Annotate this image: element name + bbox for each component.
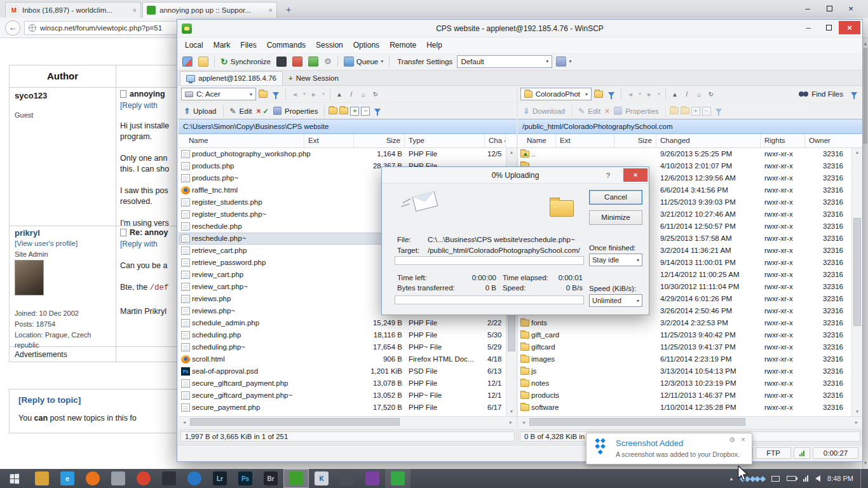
add-icon[interactable]: +	[350, 107, 359, 116]
battery-icon[interactable]	[787, 476, 796, 481]
taskbar-thunderbird[interactable]	[182, 469, 207, 488]
dropbox-notification[interactable]: ◆◆ ◆◆ ◆ Screenshot Added A screenshot wa…	[586, 433, 752, 464]
remote-horizontal-scrollbar[interactable]: ◄ ►	[518, 416, 862, 427]
view-profile-link[interactable]: [View user's profile]	[15, 240, 78, 247]
back-history-icon[interactable]: ▾	[637, 88, 642, 100]
preferences-button[interactable]: ⚙	[322, 54, 334, 69]
file-row[interactable]: secure_giftcard_payment.php13,078 BPHP F…	[179, 377, 506, 390]
speed-limit-select[interactable]: Unlimited▾	[589, 294, 642, 307]
remove-icon[interactable]: −	[361, 107, 370, 116]
winscp-title-bar[interactable]: CPS website - applenet@192.185.4.76 - Wi…	[177, 20, 862, 37]
notification-close-icon[interactable]: ×	[741, 435, 745, 444]
connection-activity-indicator[interactable]	[794, 447, 810, 459]
console-button[interactable]	[275, 54, 288, 69]
taskbar-winscp[interactable]	[283, 469, 309, 488]
compare-directories-button[interactable]	[306, 54, 320, 69]
local-drive-select[interactable]: C: Acer▾	[181, 88, 256, 100]
taskbar-internet-explorer[interactable]: e	[55, 469, 80, 488]
taskbar-lightroom[interactable]: Lr	[207, 469, 233, 488]
dialog-close-button[interactable]: ×	[623, 168, 648, 182]
column-name[interactable]: Name	[518, 134, 556, 148]
file-row[interactable]: gift_card11/25/2013 9:40:42 PMrwxr-xr-x3…	[518, 329, 851, 341]
taskbar-media-app[interactable]	[385, 469, 410, 488]
scroll-right-icon[interactable]: ►	[506, 417, 515, 427]
file-row[interactable]: secure_payment.php17,520 BPHP File6/17	[179, 402, 506, 414]
browser-tab-gmail[interactable]: M Inbox (16,897) - worldclim... ×	[5, 2, 141, 18]
synchronize-button[interactable]: ↻Synchronize	[219, 54, 273, 69]
forward-history-icon[interactable]: ▾	[656, 88, 661, 100]
taskbar-clock[interactable]: 8:48 PM	[827, 475, 853, 482]
filter-icon[interactable]	[851, 92, 857, 97]
edit-button[interactable]: ✎Edit	[576, 104, 603, 118]
scrollbar-thumb[interactable]	[864, 48, 867, 144]
taskbar-photoshop-elements[interactable]	[156, 469, 182, 488]
file-row[interactable]: fonts3/2/2014 2:32:53 PMrwxr-xr-x32316	[518, 317, 851, 329]
column-rights[interactable]: Rights	[761, 134, 805, 148]
volume-icon[interactable]	[815, 475, 820, 482]
menu-session[interactable]: Session	[311, 37, 348, 53]
reply-to-topic-link[interactable]: [Reply to topic]	[18, 395, 81, 405]
browser-minimize-button[interactable]: –	[798, 1, 817, 15]
minimize-button[interactable]: Minimize	[589, 210, 642, 225]
file-row[interactable]: scheduling.php~17,654 BPHP~ File5/29	[179, 341, 506, 353]
menu-mark[interactable]: Mark	[208, 37, 236, 53]
scroll-up-icon[interactable]: ▲	[863, 39, 868, 48]
local-path-bar[interactable]: C:\Users\Simon\Copy\Business\CPS website	[179, 119, 517, 134]
taskbar-opera[interactable]	[131, 469, 156, 488]
file-row[interactable]: software1/10/2014 12:35:28 PMrwxr-xr-x32…	[518, 402, 851, 414]
forward-icon[interactable]: ►	[309, 88, 319, 100]
remote-path-bar[interactable]: /public_html/ColoradoPhotographySchool.c…	[518, 119, 862, 134]
synchronize-browsing-button[interactable]	[290, 54, 304, 69]
properties-button[interactable]: Properties	[611, 104, 661, 118]
find-files-button[interactable]: Find Files	[796, 87, 846, 101]
delete-icon[interactable]: ×	[256, 107, 261, 116]
root-directory-icon[interactable]: /	[682, 88, 692, 100]
scroll-up-icon[interactable]: ▲	[506, 148, 517, 157]
back-history-icon[interactable]: ▾	[302, 88, 307, 100]
edit-button[interactable]: ✎Edit	[227, 104, 255, 118]
scroll-down-icon[interactable]: ▼	[506, 407, 517, 416]
menu-local[interactable]: Local	[180, 37, 208, 53]
protocol-indicator[interactable]: FTP	[756, 447, 791, 459]
column-ext[interactable]: Ext	[304, 134, 354, 148]
root-directory-icon[interactable]: /	[346, 88, 356, 100]
home-directory-icon[interactable]: ⌂	[358, 88, 369, 100]
scroll-right-icon[interactable]: ►	[852, 417, 861, 427]
rename-icon[interactable]: ✓	[262, 107, 269, 116]
winscp-minimize-button[interactable]: –	[799, 21, 818, 34]
scroll-down-icon[interactable]: ▼	[863, 459, 868, 468]
filter-icon[interactable]	[273, 92, 279, 97]
file-row[interactable]: giftcard11/25/2013 9:41:37 PMrwxr-xr-x32…	[518, 341, 851, 353]
scroll-up-icon[interactable]: ▲	[852, 148, 862, 157]
menu-options[interactable]: Options	[348, 37, 384, 53]
file-row[interactable]: images6/11/2014 2:23:19 PMrwxr-xr-x32316	[518, 353, 851, 365]
bookmarks-icon[interactable]	[258, 88, 268, 100]
page-scrollbar[interactable]: ▲ ▼	[862, 38, 868, 469]
forward-icon[interactable]: ►	[644, 88, 654, 100]
taskbar-vlc[interactable]	[360, 469, 385, 488]
browser-tab-winscp-forum[interactable]: annoying pop up :: Suppor... ×	[142, 2, 277, 18]
reply-with-quote-link[interactable]: [Reply with	[120, 240, 158, 248]
upload-button[interactable]: ⇑Upload	[181, 104, 219, 118]
notification-settings-icon[interactable]: ⚙	[729, 436, 735, 444]
file-row[interactable]: scroll.html906 BFirefox HTML Doc...4/18	[179, 353, 506, 365]
column-owner[interactable]: Owner	[805, 134, 851, 148]
properties-button[interactable]: Properties	[271, 104, 320, 118]
show-hidden-icons-button[interactable]: ▴	[730, 475, 733, 482]
home-directory-icon[interactable]: ⌂	[694, 88, 704, 100]
parent-directory-icon[interactable]: ▲	[334, 88, 344, 100]
taskbar-photoshop[interactable]: Ps	[233, 469, 258, 488]
queue-button[interactable]: Queue▾	[342, 54, 386, 69]
new-tab-button[interactable]: +	[281, 4, 296, 15]
delete-icon[interactable]: ×	[605, 107, 609, 116]
forward-history-icon[interactable]: ▾	[321, 88, 326, 100]
session-tab-applenet[interactable]: applenet@192.185.4.76	[180, 71, 283, 85]
scroll-down-icon[interactable]: ▼	[852, 407, 862, 416]
tab-close-icon[interactable]: ×	[269, 6, 273, 14]
add-icon[interactable]: +	[691, 107, 700, 116]
column-changed[interactable]: Cha	[485, 134, 506, 148]
file-row[interactable]: seal-of-approval.psd1,201 KiBPSD File6/1…	[179, 365, 506, 377]
file-row[interactable]: notes12/3/2013 10:23:19 PMrwxr-xr-x32316	[518, 377, 851, 390]
back-button[interactable]: ←	[5, 20, 20, 36]
back-icon[interactable]: ◄	[625, 88, 635, 100]
